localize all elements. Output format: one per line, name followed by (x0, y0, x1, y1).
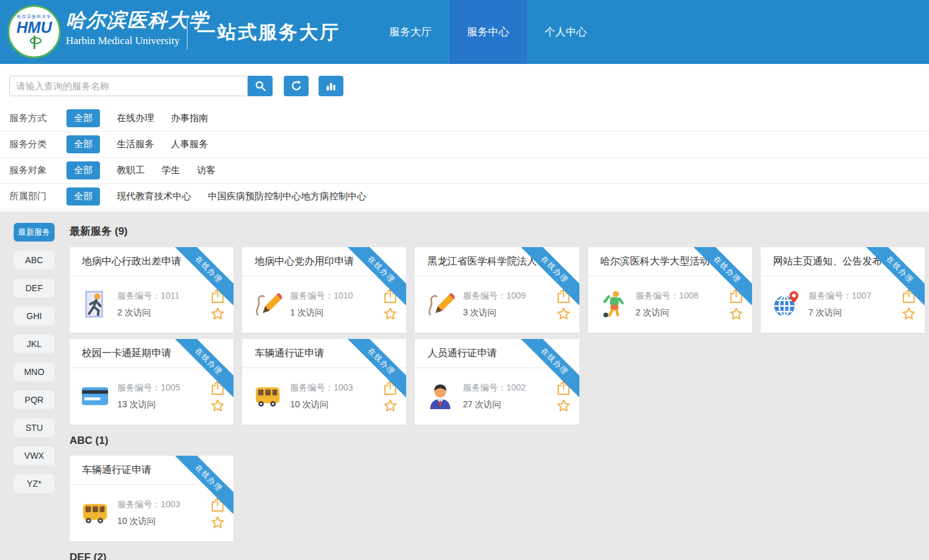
service-code: 1005 (161, 382, 180, 392)
filter-option[interactable]: 人事服务 (171, 138, 208, 150)
service-visits: 1 次访问 (290, 307, 383, 318)
university-name-en: Harbin Medical University (66, 34, 209, 48)
bar-chart-icon (325, 80, 337, 93)
star-icon[interactable] (383, 399, 397, 413)
service-code-label: 服务编号： (117, 291, 161, 300)
filter-option[interactable]: 在线办理 (117, 112, 154, 124)
search-icon (254, 79, 267, 93)
service-card[interactable]: 车辆通行证申请 在线办理 服务编号：1003 10 次访问 (242, 339, 406, 425)
nav-service-hall[interactable]: 服务大厅 (371, 0, 450, 64)
service-title: 校园一卡通延期申请 (82, 347, 171, 360)
service-title: 车辆通行证申请 (255, 347, 324, 360)
filter-option[interactable]: 访客 (197, 165, 215, 176)
star-icon[interactable] (211, 515, 225, 530)
nav-personal-center[interactable]: 个人中心 (527, 0, 605, 64)
star-icon[interactable] (729, 307, 743, 321)
exit-door-icon (81, 290, 109, 318)
filter-option[interactable]: 生活服务 (117, 138, 154, 150)
filter-option[interactable]: 教职工 (117, 165, 145, 176)
star-icon[interactable] (556, 399, 571, 413)
sidebar-item-vwx[interactable]: VWX (14, 446, 55, 465)
filter-all-button[interactable]: 全部 (66, 187, 100, 205)
service-visits: 13 次访问 (117, 399, 211, 410)
header-divider (187, 15, 188, 50)
service-code: 1002 (506, 382, 525, 392)
filter-label: 服务分类 (9, 138, 48, 150)
sidebar-item-ghi[interactable]: GHI (14, 307, 55, 325)
filter-all-button[interactable]: 全部 (66, 135, 100, 153)
person-icon (426, 382, 455, 410)
service-code-label: 服务编号： (636, 291, 679, 300)
sidebar-item-yz[interactable]: YZ* (14, 474, 55, 493)
az-sidebar: 最新服务 ABC DEF GHI JKL MNO PQR STU VWX YZ* (14, 223, 55, 502)
service-code: 1009 (506, 291, 525, 300)
filter-option[interactable]: 现代教育技术中心 (117, 191, 191, 202)
sidebar-item-abc[interactable]: ABC (14, 251, 55, 269)
page-title: 一站式服务大厅 (197, 20, 340, 45)
sidebar-item-latest[interactable]: 最新服务 (14, 223, 55, 242)
service-code: 1010 (333, 291, 353, 300)
sidebar-item-mno[interactable]: MNO (14, 363, 55, 381)
sidebar-item-stu[interactable]: STU (14, 418, 55, 437)
star-icon[interactable] (211, 307, 225, 321)
service-code-label: 服务编号： (117, 382, 161, 392)
filter-option[interactable]: 学生 (161, 165, 180, 176)
latest-services-grid: 地病中心行政出差申请 在线办理 服务编号：1011 2 次访问 (70, 247, 925, 425)
bus-icon (81, 499, 109, 527)
service-card[interactable]: 网站主页通知、公告发布申 在线办理 服务编号：1007 7 次访问 (761, 247, 925, 333)
filter-option[interactable]: 办事指南 (171, 112, 208, 124)
service-card[interactable]: 地病中心党办用印申请 在线办理 服务编号：1010 1 次访问 (242, 247, 406, 333)
search-button[interactable] (248, 76, 273, 96)
service-title: 地病中心行政出差申请 (82, 255, 181, 268)
service-visits: 10 次访问 (117, 516, 211, 527)
filter-all-button[interactable]: 全部 (66, 161, 100, 179)
sidebar-item-jkl[interactable]: JKL (14, 335, 55, 353)
soccer-player-icon (599, 290, 628, 318)
filter-row-service-category: 服务分类 全部 生活服务 人事服务 (0, 132, 929, 158)
service-title: 车辆通行证申请 (82, 464, 152, 477)
pencil-icon (253, 290, 282, 318)
logo-hmu-text: HMU (17, 19, 52, 35)
filter-row-service-audience: 服务对象 全部 教职工 学生 访客 (0, 158, 929, 184)
refresh-button[interactable] (284, 76, 309, 96)
star-icon[interactable] (211, 399, 225, 413)
filter-option[interactable]: 中国疾病预防控制中心地方病控制中心 (208, 191, 366, 202)
refresh-icon (290, 79, 303, 93)
service-title: 网站主页通知、公告发布申 (773, 255, 892, 268)
service-card[interactable]: 黑龙江省医学科学院法人证 在线办理 服务编号：1009 3 次访问 (415, 247, 579, 333)
service-card[interactable]: 人员通行证申请 在线办理 服务编号：1002 27 次访问 (415, 339, 579, 425)
service-card[interactable]: 车辆通行证申请 在线办理 服务编号：1003 10 次访问 (70, 456, 233, 541)
service-code-label: 服务编号： (290, 382, 333, 392)
star-icon[interactable] (383, 307, 397, 321)
abc-services-grid: 车辆通行证申请 在线办理 服务编号：1003 10 次访问 (70, 456, 925, 541)
star-icon[interactable] (556, 307, 571, 321)
nav-service-center[interactable]: 服务中心 (450, 0, 527, 64)
globe-pin-icon (772, 290, 800, 318)
service-visits: 2 次访问 (117, 307, 211, 318)
sidebar-item-pqr[interactable]: PQR (14, 391, 55, 409)
university-name-cn: 哈尔滨医科大学 (66, 7, 209, 34)
service-title: 黑龙江省医学科学院法人证 (427, 255, 546, 268)
service-card[interactable]: 哈尔滨医科大学大型活动申 在线办理 服务编号：1008 2 次访问 (588, 247, 752, 333)
filter-all-button[interactable]: 全部 (66, 109, 100, 127)
service-code-label: 服务编号： (463, 291, 506, 300)
service-code-label: 服务编号： (463, 382, 506, 392)
service-visits: 2 次访问 (636, 307, 729, 318)
service-card[interactable]: 地病中心行政出差申请 在线办理 服务编号：1011 2 次访问 (70, 247, 233, 333)
search-input[interactable] (9, 76, 248, 96)
service-title: 哈尔滨医科大学大型活动申 (600, 255, 720, 268)
star-icon[interactable] (902, 307, 916, 321)
filter-panel: 服务方式 全部 在线办理 办事指南 服务分类 全部 生活服务 人事服务 服务对象… (0, 64, 929, 211)
pencil-icon (426, 290, 455, 318)
filter-row-service-mode: 服务方式 全部 在线办理 办事指南 (0, 106, 929, 132)
service-code-label: 服务编号： (290, 291, 333, 300)
filter-label: 服务对象 (9, 165, 48, 176)
stats-button[interactable] (319, 76, 343, 96)
content-area: 最新服务 ABC DEF GHI JKL MNO PQR STU VWX YZ*… (0, 211, 929, 560)
section-heading-abc: ABC (1) (70, 435, 925, 447)
service-visits: 27 次访问 (463, 399, 556, 410)
service-card[interactable]: 校园一卡通延期申请 在线办理 服务编号：1005 13 次访问 (70, 339, 233, 425)
service-visits: 3 次访问 (463, 307, 556, 318)
sidebar-item-def[interactable]: DEF (14, 279, 55, 297)
service-code: 1003 (333, 382, 353, 392)
